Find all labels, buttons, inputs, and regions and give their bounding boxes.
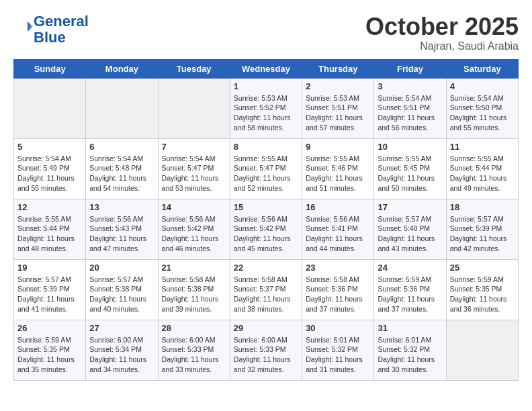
cell-info: Sunrise: 6:01 AMSunset: 5:32 PMDaylight:…: [378, 335, 442, 375]
calendar-cell: 8Sunrise: 5:55 AMSunset: 5:47 PMDaylight…: [230, 138, 302, 199]
calendar-cell: 5Sunrise: 5:54 AMSunset: 5:49 PMDaylight…: [14, 138, 86, 199]
day-number: 30: [306, 323, 370, 333]
calendar-cell: 7Sunrise: 5:54 AMSunset: 5:47 PMDaylight…: [158, 138, 230, 199]
cell-info: Sunrise: 5:54 AMSunset: 5:49 PMDaylight:…: [17, 154, 82, 193]
calendar-cell: 6Sunrise: 5:54 AMSunset: 5:48 PMDaylight…: [86, 138, 158, 199]
logo-icon: [13, 17, 34, 38]
day-number: 15: [234, 202, 298, 212]
day-number: 24: [378, 263, 442, 273]
logo: General Blue: [13, 13, 89, 46]
cell-info: Sunrise: 5:55 AMSunset: 5:44 PMDaylight:…: [450, 154, 515, 193]
calendar-cell: 29Sunrise: 6:00 AMSunset: 5:33 PMDayligh…: [230, 320, 302, 380]
day-header-thursday: Thursday: [302, 59, 374, 78]
calendar-cell: 12Sunrise: 5:55 AMSunset: 5:44 PMDayligh…: [14, 199, 86, 259]
logo-line2: Blue: [34, 29, 66, 46]
cell-info: Sunrise: 5:58 AMSunset: 5:38 PMDaylight:…: [162, 275, 226, 314]
day-number: 27: [89, 323, 154, 333]
calendar-cell: 11Sunrise: 5:55 AMSunset: 5:44 PMDayligh…: [446, 138, 518, 199]
calendar-cell: 16Sunrise: 5:56 AMSunset: 5:41 PMDayligh…: [302, 199, 374, 259]
day-header-wednesday: Wednesday: [230, 59, 302, 78]
cell-info: Sunrise: 5:53 AMSunset: 5:52 PMDaylight:…: [234, 93, 298, 133]
page-header: General Blue October 2025 Najran, Saudi …: [13, 13, 519, 52]
calendar-cell: 30Sunrise: 6:01 AMSunset: 5:32 PMDayligh…: [302, 320, 374, 380]
cell-info: Sunrise: 5:55 AMSunset: 5:44 PMDaylight:…: [17, 214, 82, 254]
day-number: 20: [89, 263, 154, 273]
day-number: 12: [17, 202, 82, 212]
week-row-2: 5Sunrise: 5:54 AMSunset: 5:49 PMDaylight…: [14, 138, 519, 199]
location: Najran, Saudi Arabia: [365, 40, 519, 52]
title-block: October 2025 Najran, Saudi Arabia: [365, 13, 519, 52]
cell-info: Sunrise: 5:57 AMSunset: 5:39 PMDaylight:…: [17, 275, 82, 314]
calendar-cell: 27Sunrise: 6:00 AMSunset: 5:34 PMDayligh…: [86, 320, 158, 380]
calendar-cell: 4Sunrise: 5:54 AMSunset: 5:50 PMDaylight…: [446, 78, 518, 138]
calendar-cell: 28Sunrise: 6:00 AMSunset: 5:33 PMDayligh…: [158, 320, 230, 380]
cell-info: Sunrise: 5:59 AMSunset: 5:36 PMDaylight:…: [378, 275, 442, 314]
svg-marker-1: [30, 24, 33, 30]
day-number: 9: [306, 142, 370, 152]
calendar-table: SundayMondayTuesdayWednesdayThursdayFrid…: [13, 59, 519, 381]
day-header-tuesday: Tuesday: [158, 59, 230, 78]
cell-info: Sunrise: 6:00 AMSunset: 5:34 PMDaylight:…: [89, 335, 154, 375]
cell-info: Sunrise: 5:56 AMSunset: 5:42 PMDaylight:…: [162, 214, 226, 254]
day-number: 4: [450, 81, 515, 91]
calendar-cell: 25Sunrise: 5:59 AMSunset: 5:35 PMDayligh…: [446, 259, 518, 320]
calendar-cell: [158, 78, 230, 138]
cell-info: Sunrise: 5:55 AMSunset: 5:46 PMDaylight:…: [306, 154, 370, 193]
calendar-cell: 2Sunrise: 5:53 AMSunset: 5:51 PMDaylight…: [302, 78, 374, 138]
calendar-cell: 1Sunrise: 5:53 AMSunset: 5:52 PMDaylight…: [230, 78, 302, 138]
calendar-cell: 14Sunrise: 5:56 AMSunset: 5:42 PMDayligh…: [158, 199, 230, 259]
day-header-sunday: Sunday: [14, 59, 86, 78]
cell-info: Sunrise: 5:55 AMSunset: 5:47 PMDaylight:…: [234, 154, 298, 193]
week-row-1: 1Sunrise: 5:53 AMSunset: 5:52 PMDaylight…: [14, 78, 519, 138]
week-row-5: 26Sunrise: 5:59 AMSunset: 5:35 PMDayligh…: [14, 320, 519, 380]
header-row: SundayMondayTuesdayWednesdayThursdayFrid…: [14, 59, 519, 78]
cell-info: Sunrise: 5:58 AMSunset: 5:36 PMDaylight:…: [306, 275, 370, 314]
cell-info: Sunrise: 5:54 AMSunset: 5:47 PMDaylight:…: [162, 154, 226, 193]
cell-info: Sunrise: 5:59 AMSunset: 5:35 PMDaylight:…: [17, 335, 82, 375]
cell-info: Sunrise: 6:00 AMSunset: 5:33 PMDaylight:…: [162, 335, 226, 375]
calendar-cell: 10Sunrise: 5:55 AMSunset: 5:45 PMDayligh…: [374, 138, 446, 199]
week-row-3: 12Sunrise: 5:55 AMSunset: 5:44 PMDayligh…: [14, 199, 519, 259]
calendar-cell: 17Sunrise: 5:57 AMSunset: 5:40 PMDayligh…: [374, 199, 446, 259]
calendar-cell: 22Sunrise: 5:58 AMSunset: 5:37 PMDayligh…: [230, 259, 302, 320]
day-number: 25: [450, 263, 515, 273]
day-number: 16: [306, 202, 370, 212]
calendar-cell: 20Sunrise: 5:57 AMSunset: 5:38 PMDayligh…: [86, 259, 158, 320]
cell-info: Sunrise: 5:57 AMSunset: 5:39 PMDaylight:…: [450, 214, 515, 254]
day-number: 7: [162, 142, 226, 152]
cell-info: Sunrise: 5:59 AMSunset: 5:35 PMDaylight:…: [450, 275, 515, 314]
logo-text: General Blue: [34, 13, 89, 46]
calendar-cell: 3Sunrise: 5:54 AMSunset: 5:51 PMDaylight…: [374, 78, 446, 138]
day-number: 19: [17, 263, 82, 273]
day-number: 8: [234, 142, 298, 152]
cell-info: Sunrise: 5:54 AMSunset: 5:48 PMDaylight:…: [89, 154, 154, 193]
day-number: 11: [450, 142, 515, 152]
day-number: 3: [378, 81, 442, 91]
day-number: 6: [89, 142, 154, 152]
calendar-cell: 18Sunrise: 5:57 AMSunset: 5:39 PMDayligh…: [446, 199, 518, 259]
day-number: 29: [234, 323, 298, 333]
calendar-cell: [86, 78, 158, 138]
cell-info: Sunrise: 5:57 AMSunset: 5:40 PMDaylight:…: [378, 214, 442, 254]
day-number: 13: [89, 202, 154, 212]
cell-info: Sunrise: 5:58 AMSunset: 5:37 PMDaylight:…: [234, 275, 298, 314]
calendar-cell: 24Sunrise: 5:59 AMSunset: 5:36 PMDayligh…: [374, 259, 446, 320]
week-row-4: 19Sunrise: 5:57 AMSunset: 5:39 PMDayligh…: [14, 259, 519, 320]
day-number: 26: [17, 323, 82, 333]
calendar-cell: 19Sunrise: 5:57 AMSunset: 5:39 PMDayligh…: [14, 259, 86, 320]
day-number: 2: [306, 81, 370, 91]
cell-info: Sunrise: 6:01 AMSunset: 5:32 PMDaylight:…: [306, 335, 370, 375]
calendar-cell: [446, 320, 518, 380]
cell-info: Sunrise: 5:55 AMSunset: 5:45 PMDaylight:…: [378, 154, 442, 193]
cell-info: Sunrise: 5:54 AMSunset: 5:51 PMDaylight:…: [378, 93, 442, 133]
day-number: 23: [306, 263, 370, 273]
day-number: 18: [450, 202, 515, 212]
day-header-monday: Monday: [86, 59, 158, 78]
calendar-cell: 21Sunrise: 5:58 AMSunset: 5:38 PMDayligh…: [158, 259, 230, 320]
calendar-cell: 23Sunrise: 5:58 AMSunset: 5:36 PMDayligh…: [302, 259, 374, 320]
day-number: 21: [162, 263, 226, 273]
day-header-saturday: Saturday: [446, 59, 518, 78]
cell-info: Sunrise: 5:57 AMSunset: 5:38 PMDaylight:…: [89, 275, 154, 314]
cell-info: Sunrise: 5:53 AMSunset: 5:51 PMDaylight:…: [306, 93, 370, 133]
day-number: 1: [234, 81, 298, 91]
